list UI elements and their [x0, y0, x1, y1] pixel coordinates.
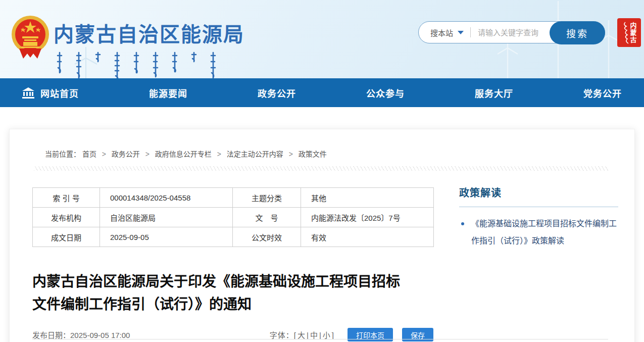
meta-value-topic: 其他: [301, 188, 434, 208]
meta-value-index-no: 000014348/2025-04558: [100, 188, 233, 208]
table-row: 成文日期 2025-09-05 公文时效 有效: [33, 227, 434, 247]
breadcrumb-separator: >: [102, 150, 106, 158]
seal-calligraphy: [622, 21, 628, 44]
breadcrumb-item-info-column[interactable]: 政府信息公开专栏: [155, 150, 212, 158]
breadcrumb: 当前位置： 首页 > 政务公开 > 政府信息公开专栏 > 法定主动公开内容 > …: [45, 149, 327, 159]
breadcrumb-item-home[interactable]: 首页: [82, 150, 96, 158]
search-button[interactable]: 搜索: [550, 21, 605, 44]
meta-label-index-no: 索 引 号: [33, 188, 100, 208]
mongolian-script: [56, 52, 232, 78]
nav-item-label: 政务公开: [258, 86, 296, 100]
font-size-small[interactable]: 小: [323, 331, 331, 339]
nav-item-gov-affairs[interactable]: 政务公开: [258, 86, 296, 100]
section-divider: [32, 339, 608, 339]
article-title: 内蒙古自治区能源局关于印发《能源基础设施工程项目招标文件编制工作指引（试行）》的…: [32, 270, 410, 316]
meta-value-validity: 有效: [301, 227, 434, 247]
site-header: 内蒙古自治区能源局 搜本站 搜索 内蒙古: [0, 0, 644, 78]
nav-item-label: 党务公开: [583, 86, 622, 100]
font-size-control: 字体：[大|中|小]: [270, 329, 334, 340]
sidebar-list-item[interactable]: 《能源基础设施工程项目招标文件编制工作指引（试行）》政策解读: [459, 215, 618, 250]
font-size-medium[interactable]: 中: [310, 331, 318, 339]
nav-item-service-hall[interactable]: 服务大厅: [475, 86, 513, 100]
table-row: 发布机构 自治区能源局 文 号 内能源法改发〔2025〕7号: [33, 208, 434, 227]
seal-text: 内蒙古: [630, 22, 636, 43]
search-scope-select[interactable]: 搜本站: [419, 27, 464, 38]
sidebar-list: 《能源基础设施工程项目招标文件编制工作指引（试行）》政策解读: [459, 215, 618, 250]
table-row: 索 引 号 000014348/2025-04558 主题分类 其他: [33, 188, 434, 208]
search-divider: [470, 27, 471, 37]
sidebar-divider: [459, 207, 618, 207]
font-size-divider: |: [319, 331, 322, 339]
meta-label-issuer: 发布机构: [33, 208, 100, 227]
search-scope-label: 搜本站: [430, 27, 453, 38]
nav-item-label: 网站首页: [40, 86, 79, 100]
home-bank-icon: [22, 87, 34, 99]
bullet-dot-icon: [461, 222, 464, 225]
nav-item-label: 能源要闻: [149, 86, 187, 100]
font-size-divider: |: [307, 331, 309, 339]
breadcrumb-label: 当前位置：: [45, 150, 80, 158]
meta-value-issuer: 自治区能源局: [100, 208, 233, 227]
breadcrumb-separator: >: [289, 150, 293, 158]
meta-label-validity: 公文时效: [233, 227, 301, 247]
publish-date: 发布日期：2025-09-05 17:00: [32, 329, 130, 340]
site-title: 内蒙古自治区能源局: [54, 18, 244, 47]
hatched-divider: [34, 166, 608, 171]
font-size-label: 字体：: [270, 331, 294, 339]
nav-item-label: 公众参与: [366, 86, 405, 100]
meta-label-doc-no: 文 号: [233, 208, 301, 227]
font-bracket-close: ]: [332, 331, 334, 339]
nav-item-label: 服务大厅: [475, 86, 513, 100]
publish-date-value: 2025-09-05 17:00: [70, 331, 130, 339]
inner-mongolia-seal: 内蒙古: [617, 18, 641, 47]
font-size-large[interactable]: 大: [298, 331, 306, 339]
meta-value-date: 2025-09-05: [100, 227, 233, 247]
content-card: 当前位置： 首页 > 政务公开 > 政府信息公开专栏 > 法定主动公开内容 > …: [9, 129, 635, 342]
main-nav: 网站首页 能源要闻 政务公开 公众参与 服务大厅 党务公开: [0, 78, 644, 107]
site-title-block: 内蒙古自治区能源局: [54, 18, 244, 78]
breadcrumb-separator: >: [217, 150, 221, 158]
sidebar-title: 政策解读: [459, 185, 618, 200]
nav-item-home[interactable]: 网站首页: [22, 86, 79, 100]
nav-item-news[interactable]: 能源要闻: [149, 86, 187, 100]
breadcrumb-separator: >: [145, 150, 150, 158]
policy-interpretation-sidebar: 政策解读 《能源基础设施工程项目招标文件编制工作指引（试行）》政策解读: [459, 185, 618, 250]
search-box: 搜本站 搜索: [418, 21, 605, 43]
sidebar-item-label: 《能源基础设施工程项目招标文件编制工作指引（试行）》政策解读: [471, 219, 617, 245]
meta-value-doc-no: 内能源法改发〔2025〕7号: [301, 208, 434, 227]
nav-item-party-affairs[interactable]: 党务公开: [583, 86, 622, 100]
article-column: 索 引 号 000014348/2025-04558 主题分类 其他 发布机构 …: [32, 187, 433, 341]
meta-label-topic: 主题分类: [233, 188, 301, 208]
publish-date-label: 发布日期：: [32, 331, 70, 339]
meta-label-date: 成文日期: [33, 227, 100, 247]
breadcrumb-item-gov-affairs[interactable]: 政务公开: [112, 150, 140, 158]
chevron-down-icon: [458, 31, 464, 34]
breadcrumb-item-policy-docs[interactable]: 政策文件: [299, 150, 327, 158]
document-meta-table: 索 引 号 000014348/2025-04558 主题分类 其他 发布机构 …: [32, 187, 434, 247]
nav-item-public-participation[interactable]: 公众参与: [366, 86, 405, 100]
font-bracket-open: [: [294, 331, 296, 339]
national-emblem: [10, 13, 51, 60]
breadcrumb-item-statutory[interactable]: 法定主动公开内容: [227, 150, 283, 158]
